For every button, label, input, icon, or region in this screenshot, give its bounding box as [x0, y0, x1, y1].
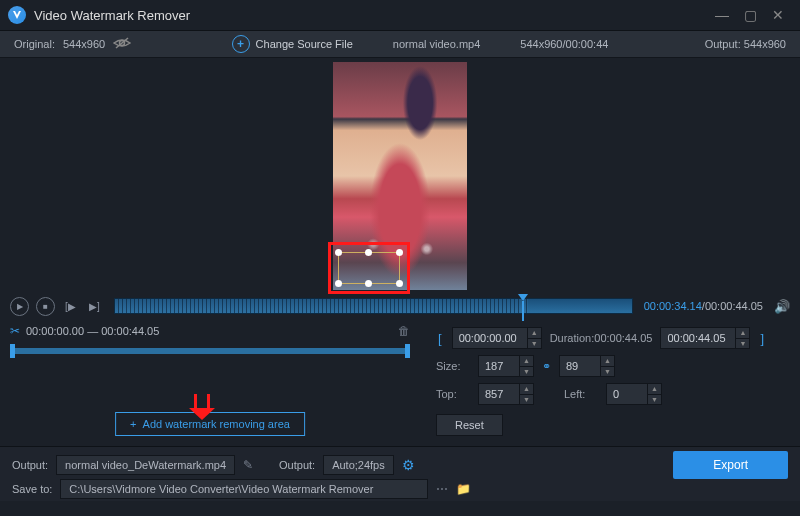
maximize-button[interactable]: ▢ — [736, 5, 764, 25]
output-dimensions: 544x960 — [744, 38, 786, 50]
spinner-up[interactable]: ▲ — [528, 328, 541, 339]
left-input[interactable]: 0▲▼ — [606, 383, 662, 405]
output-format-field[interactable]: Auto;24fps — [323, 455, 394, 475]
source-meta: 544x960/00:00:44 — [520, 38, 608, 50]
stop-button[interactable]: ■ — [36, 297, 55, 316]
top-input[interactable]: 857▲▼ — [478, 383, 534, 405]
end-time-input[interactable]: 00:00:44.05▲▼ — [660, 327, 750, 349]
original-dimensions: 544x960 — [63, 38, 105, 50]
width-input[interactable]: 187▲▼ — [478, 355, 534, 377]
info-toolbar: Original: 544x960 + Change Source File n… — [0, 30, 800, 58]
volume-icon[interactable]: 🔊 — [774, 299, 790, 314]
spinner-up[interactable]: ▲ — [520, 356, 533, 367]
edit-filename-icon[interactable]: ✎ — [243, 458, 253, 472]
output-filename-field[interactable]: normal video_DeWatermark.mp4 — [56, 455, 235, 475]
playback-timeline: ▶ ■ [▶ ▶] 00:00:34.14/00:00:44.05 🔊 — [0, 294, 800, 318]
range-handle-right[interactable] — [405, 344, 410, 358]
bottom-bar: Output: normal video_DeWatermark.mp4 ✎ O… — [0, 446, 800, 501]
spinner-down[interactable]: ▼ — [601, 367, 614, 377]
region-start: 00:00:00.00 — [26, 325, 84, 337]
left-label: Left: — [564, 388, 598, 400]
app-title: Video Watermark Remover — [34, 8, 708, 23]
playhead-marker[interactable] — [518, 294, 528, 301]
output-label: Output: — [705, 38, 741, 50]
change-source-label: Change Source File — [256, 38, 353, 50]
params-panel: [ 00:00:00.00▲▼ Duration:00:00:44.05 00:… — [420, 318, 800, 446]
browse-folder-icon[interactable]: ⋯ — [436, 482, 448, 496]
open-folder-icon[interactable]: 📁 — [456, 482, 471, 496]
set-start-button[interactable]: [▶ — [62, 298, 79, 315]
link-aspect-icon[interactable]: ⚭ — [542, 360, 551, 373]
original-info: Original: 544x960 — [14, 36, 174, 52]
spinner-up[interactable]: ▲ — [736, 328, 749, 339]
source-filename: normal video.mp4 — [393, 38, 480, 50]
timeline-time: 00:00:34.14/00:00:44.05 — [644, 300, 763, 312]
delete-region-icon[interactable]: 🗑 — [398, 324, 410, 338]
save-to-label: Save to: — [12, 483, 52, 495]
spinner-down[interactable]: ▼ — [520, 395, 533, 405]
save-path-field[interactable]: C:\Users\Vidmore Video Converter\Video W… — [60, 479, 428, 499]
region-sep: — — [87, 325, 98, 337]
region-panel: ✂ 00:00:00.00 — 00:00:44.05 🗑 + Add wate… — [0, 318, 420, 446]
scissors-icon: ✂ — [10, 324, 20, 338]
video-preview — [0, 58, 800, 294]
plus-icon: + — [130, 418, 136, 430]
app-logo-icon — [8, 6, 26, 24]
output-format-label: Output: — [279, 459, 315, 471]
add-area-label: Add watermark removing area — [143, 418, 290, 430]
settings-icon[interactable]: ⚙ — [402, 457, 415, 473]
original-label: Original: — [14, 38, 55, 50]
size-label: Size: — [436, 360, 470, 372]
region-range-bar[interactable] — [10, 348, 410, 354]
top-label: Top: — [436, 388, 470, 400]
spinner-up[interactable]: ▲ — [648, 384, 661, 395]
region-end: 00:00:44.05 — [101, 325, 159, 337]
title-bar: Video Watermark Remover — ▢ ✕ — [0, 0, 800, 30]
current-time: 00:00:34.14 — [644, 300, 702, 312]
bracket-left-icon[interactable]: [ — [436, 331, 444, 346]
output-file-label: Output: — [12, 459, 48, 471]
reset-button[interactable]: Reset — [436, 414, 503, 436]
spinner-down[interactable]: ▼ — [648, 395, 661, 405]
plus-circle-icon: + — [232, 35, 250, 53]
play-button[interactable]: ▶ — [10, 297, 29, 316]
spinner-up[interactable]: ▲ — [520, 384, 533, 395]
annotation-highlight-box — [328, 242, 410, 294]
range-handle-left[interactable] — [10, 344, 15, 358]
change-source-button[interactable]: + Change Source File — [232, 35, 353, 53]
preview-toggle-icon[interactable] — [113, 36, 131, 52]
window-controls: — ▢ ✕ — [708, 5, 792, 25]
timeline-track[interactable] — [114, 298, 633, 314]
spinner-down[interactable]: ▼ — [520, 367, 533, 377]
total-time: 00:00:44.05 — [705, 300, 763, 312]
minimize-button[interactable]: — — [708, 5, 736, 25]
spinner-down[interactable]: ▼ — [736, 339, 749, 349]
close-button[interactable]: ✕ — [764, 5, 792, 25]
height-input[interactable]: 89▲▼ — [559, 355, 615, 377]
set-end-button[interactable]: ▶] — [86, 298, 103, 315]
start-time-input[interactable]: 00:00:00.00▲▼ — [452, 327, 542, 349]
spinner-down[interactable]: ▼ — [528, 339, 541, 349]
spinner-up[interactable]: ▲ — [601, 356, 614, 367]
export-button[interactable]: Export — [673, 451, 788, 479]
bracket-right-icon[interactable]: ] — [758, 331, 766, 346]
